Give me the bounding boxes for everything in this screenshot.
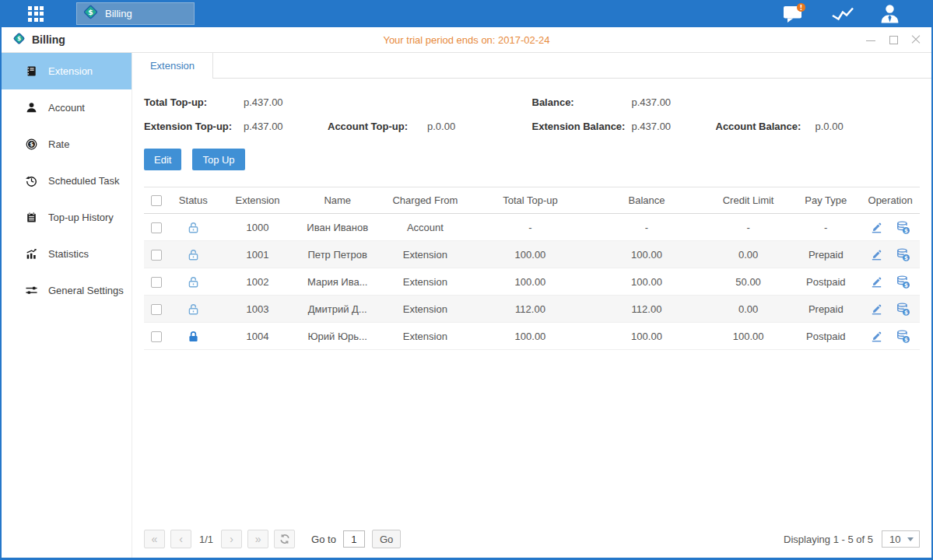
sidebar-item-rate[interactable]: $Rate — [2, 126, 132, 163]
prev-page-button[interactable]: ‹ — [170, 530, 191, 548]
sidebar-item-extension[interactable]: Extension — [2, 53, 132, 89]
cell-name: Иван Иванов — [297, 214, 377, 241]
cell-total-top-up: 100.00 — [473, 323, 588, 350]
sidebar-item-statistics[interactable]: Statistics — [2, 236, 132, 272]
edit-row-icon[interactable] — [870, 247, 883, 261]
balance-label: Balance: — [532, 96, 632, 108]
sliders-icon — [25, 285, 38, 296]
maximize-icon[interactable] — [889, 35, 898, 44]
account-top-up-label: Account Top-up: — [328, 121, 427, 132]
extension-balance-label: Extension Balance: — [532, 121, 632, 132]
top-up-row-icon[interactable]: $ — [896, 247, 910, 262]
cell-pay-type: Prepaid — [791, 296, 861, 323]
svg-text:$: $ — [904, 282, 908, 289]
row-checkbox[interactable] — [151, 250, 162, 261]
go-button[interactable]: Go — [372, 530, 401, 548]
top-up-row-icon[interactable]: $ — [896, 329, 910, 344]
svg-text:$: $ — [904, 336, 908, 343]
row-checkbox[interactable] — [151, 222, 162, 233]
sidebar-item-scheduled-task[interactable]: Scheduled Task — [2, 163, 132, 199]
table-header-row: StatusExtensionNameCharged FromTotal Top… — [144, 187, 920, 214]
total-top-up-label: Total Top-up: — [144, 96, 244, 108]
edit-row-icon[interactable] — [870, 275, 883, 288]
column-header-charged-from: Charged From — [377, 187, 473, 214]
balance-value: p.437.00 — [632, 96, 713, 108]
sidebar-item-account[interactable]: Account — [2, 89, 132, 126]
edit-row-icon[interactable] — [870, 302, 883, 315]
refresh-button[interactable] — [274, 530, 295, 548]
svg-text:$: $ — [904, 309, 908, 316]
account-balance-label: Account Balance: — [716, 121, 815, 132]
taskbar: $ Billing ! — [0, 0, 933, 27]
sidebar-item-label: General Settings — [48, 285, 124, 296]
column-header-name: Name — [297, 187, 377, 214]
next-page-button[interactable]: › — [221, 530, 242, 548]
column-header-extension: Extension — [218, 187, 298, 214]
performance-chart-icon[interactable] — [831, 5, 854, 23]
table-body: 1000Иван ИвановAccount----$1001Петр Петр… — [144, 214, 920, 350]
sidebar-item-label: Rate — [48, 138, 69, 150]
dollar-circle-icon: $ — [25, 138, 38, 150]
edit-row-icon[interactable] — [870, 220, 883, 233]
edit-button[interactable]: Edit — [144, 149, 181, 170]
cell-balance: 112.00 — [588, 296, 706, 323]
close-icon[interactable] — [911, 35, 921, 44]
edit-row-icon[interactable] — [870, 329, 883, 342]
column-header-pay-type: Pay Type — [791, 187, 861, 214]
app-grid-icon[interactable] — [28, 6, 44, 22]
table-row: 1004Юрий Юрь...Extension100.00100.00100.… — [144, 323, 920, 350]
cell-extension: 1002 — [218, 268, 298, 296]
cell-name: Мария Ива... — [297, 268, 377, 296]
top-up-button[interactable]: Top Up — [192, 149, 244, 170]
cell-charged-from: Account — [377, 214, 473, 241]
column-header-credit-limit: Credit Limit — [706, 187, 791, 214]
column-header-operation: Operation — [861, 187, 920, 214]
lock-closed-icon — [187, 329, 200, 341]
messages-icon[interactable]: ! — [783, 3, 806, 24]
book-icon — [25, 65, 38, 77]
main-content: Extension Total Top-up: p.437.00 Extensi… — [132, 53, 931, 558]
cell-balance: - — [588, 214, 706, 241]
cell-extension: 1000 — [218, 214, 298, 241]
tab-extension[interactable]: Extension — [132, 53, 213, 79]
top-up-row-icon[interactable]: $ — [896, 220, 910, 235]
row-checkbox[interactable] — [151, 277, 162, 288]
user-icon[interactable] — [879, 3, 900, 24]
page-size-select[interactable]: 10 — [882, 530, 920, 548]
cell-name: Дмитрий Д... — [297, 296, 377, 323]
page-size-value: 10 — [889, 534, 900, 545]
goto-page-input[interactable] — [343, 530, 365, 548]
taskbar-item-billing[interactable]: $ Billing — [76, 2, 195, 25]
cell-credit-limit: 0.00 — [706, 296, 791, 323]
cell-balance: 100.00 — [588, 268, 706, 296]
last-page-button[interactable]: » — [247, 530, 268, 548]
page-indicator: 1/1 — [199, 534, 213, 545]
ledger-icon — [25, 212, 38, 223]
summary-panel: Total Top-up: p.437.00 Extension Top-up:… — [132, 94, 931, 134]
sidebar: ExtensionAccount$RateScheduled TaskTop-u… — [2, 53, 132, 558]
sidebar-item-top-up-history[interactable]: Top-up History — [2, 199, 132, 236]
account-balance-value: p.0.00 — [815, 121, 896, 132]
first-page-button[interactable]: « — [144, 530, 165, 548]
person-icon — [25, 102, 38, 114]
lock-open-icon — [187, 247, 200, 259]
lock-open-icon — [187, 275, 200, 286]
pagination-bar: « ‹ 1/1 › » Go to Go Displaying 1 - 5 of… — [132, 530, 931, 558]
table-row: 1001Петр ПетровExtension100.00100.000.00… — [144, 241, 920, 268]
sidebar-item-label: Extension — [48, 65, 93, 77]
minimize-icon[interactable] — [866, 35, 875, 44]
top-up-row-icon[interactable]: $ — [896, 302, 910, 317]
sidebar-item-general-settings[interactable]: General Settings — [2, 272, 132, 309]
cell-pay-type: Prepaid — [791, 241, 861, 268]
taskbar-item-label: Billing — [105, 8, 132, 19]
top-up-row-icon[interactable]: $ — [896, 275, 910, 289]
chevron-down-icon — [907, 537, 914, 541]
svg-text:$: $ — [17, 35, 21, 42]
account-top-up-value: p.0.00 — [427, 121, 508, 132]
row-checkbox[interactable] — [151, 331, 162, 342]
row-checkbox[interactable] — [151, 304, 162, 315]
sidebar-item-label: Account — [48, 102, 85, 114]
lock-open-icon — [187, 220, 200, 232]
cell-name: Юрий Юрь... — [297, 323, 377, 350]
select-all-checkbox[interactable] — [151, 195, 162, 206]
